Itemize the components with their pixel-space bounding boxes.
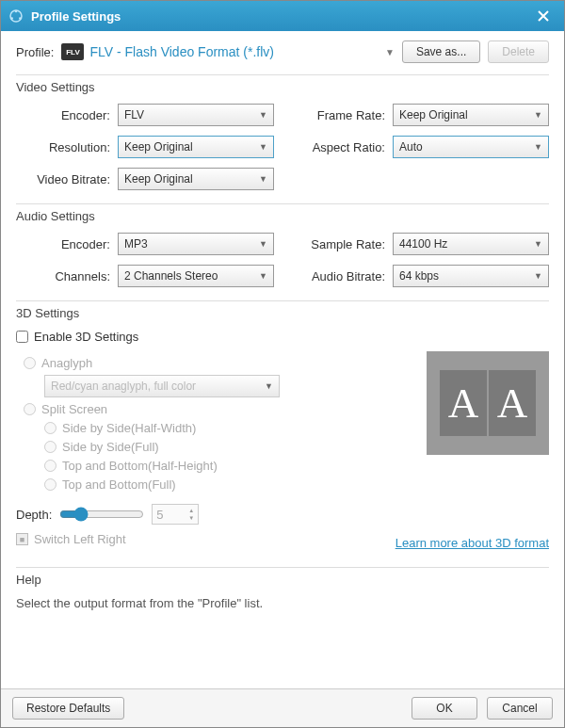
dropdown-value: 2 Channels Stereo bbox=[124, 269, 218, 283]
dropdown-value: FLV bbox=[124, 108, 144, 121]
app-icon bbox=[8, 8, 24, 24]
dropdown-value: MP3 bbox=[124, 237, 148, 251]
aspect-label: Aspect Ratio: bbox=[291, 140, 385, 154]
help-text: Select the output format from the "Profi… bbox=[16, 596, 549, 610]
chevron-down-icon: ▼ bbox=[259, 110, 267, 120]
depth-spinner: 5 ▲▼ bbox=[152, 504, 199, 525]
chevron-down-icon: ▼ bbox=[534, 271, 542, 281]
preview-letter: A bbox=[440, 370, 487, 436]
depth-slider[interactable] bbox=[59, 507, 144, 522]
video-section: Video Settings Encoder: FLV ▼ Frame Rate… bbox=[16, 76, 549, 190]
sbs-half-radio bbox=[44, 422, 56, 434]
close-button[interactable] bbox=[530, 3, 557, 29]
chevron-down-icon: ▼ bbox=[259, 174, 267, 184]
chevron-down-icon: ▼ bbox=[259, 271, 267, 281]
spinner-value: 5 bbox=[156, 508, 163, 522]
chevron-down-icon: ▼ bbox=[534, 110, 542, 120]
profile-value: FLV - Flash Video Format (*.flv) bbox=[89, 44, 274, 59]
channels-dropdown[interactable]: 2 Channels Stereo ▼ bbox=[118, 265, 274, 287]
tab-full-radio bbox=[44, 478, 56, 491]
saveas-button[interactable]: Save as... bbox=[402, 40, 480, 63]
chevron-down-icon: ▼ bbox=[534, 142, 542, 152]
content-area: Profile: FLV FLV - Flash Video Format (*… bbox=[1, 31, 564, 688]
chevron-down-icon: ▼ bbox=[534, 239, 542, 249]
window-title: Profile Settings bbox=[31, 9, 121, 24]
dropdown-value: Auto bbox=[399, 140, 423, 154]
audio-bitrate-label: Audio Bitrate: bbox=[291, 269, 385, 283]
cancel-button[interactable]: Cancel bbox=[487, 697, 553, 720]
preview-letter: A bbox=[489, 370, 536, 436]
samplerate-dropdown[interactable]: 44100 Hz ▼ bbox=[393, 233, 549, 255]
audio-title: Audio Settings bbox=[16, 209, 549, 223]
audio-encoder-label: Encoder: bbox=[16, 237, 110, 251]
video-title: Video Settings bbox=[16, 80, 549, 94]
framerate-label: Frame Rate: bbox=[291, 108, 385, 122]
sbs-full-label: Side by Side(Full) bbox=[62, 440, 159, 454]
chevron-down-icon: ▼ bbox=[259, 142, 267, 152]
enable-3d-checkbox[interactable] bbox=[16, 331, 28, 343]
flv-icon: FLV bbox=[61, 43, 84, 60]
profile-label: Profile: bbox=[16, 45, 54, 59]
channels-label: Channels: bbox=[16, 269, 110, 283]
threed-section: 3D Settings Enable 3D Settings Anaglyph … bbox=[16, 302, 549, 554]
footer: Restore Defaults OK Cancel bbox=[1, 688, 564, 727]
switch-checkbox: ■ bbox=[16, 533, 28, 545]
titlebar: Profile Settings bbox=[1, 1, 564, 31]
split-label: Split Screen bbox=[41, 402, 107, 416]
depth-label: Depth: bbox=[16, 508, 52, 522]
dropdown-value: 44100 Hz bbox=[399, 237, 447, 251]
framerate-dropdown[interactable]: Keep Original ▼ bbox=[393, 104, 549, 126]
tab-half-label: Top and Bottom(Half-Height) bbox=[62, 459, 218, 473]
audio-section: Audio Settings Encoder: MP3 ▼ Sample Rat… bbox=[16, 205, 549, 287]
resolution-dropdown[interactable]: Keep Original ▼ bbox=[118, 136, 274, 158]
samplerate-label: Sample Rate: bbox=[291, 237, 385, 251]
chevron-down-icon: ▼ bbox=[259, 239, 267, 249]
enable-3d-label: Enable 3D Settings bbox=[34, 330, 138, 344]
audio-bitrate-dropdown[interactable]: 64 kbps ▼ bbox=[393, 265, 549, 287]
resolution-label: Resolution: bbox=[16, 140, 110, 154]
video-bitrate-label: Video Bitrate: bbox=[16, 172, 110, 186]
dropdown-value: Keep Original bbox=[124, 172, 193, 186]
dropdown-value: 64 kbps bbox=[399, 269, 439, 283]
chevron-down-icon: ▼ bbox=[265, 381, 273, 391]
audio-encoder-dropdown[interactable]: MP3 ▼ bbox=[118, 233, 274, 255]
tab-half-radio bbox=[44, 460, 56, 472]
svg-point-1 bbox=[15, 10, 18, 13]
help-title: Help bbox=[16, 573, 549, 587]
split-radio bbox=[24, 403, 36, 415]
encoder-label: Encoder: bbox=[16, 108, 110, 122]
video-encoder-dropdown[interactable]: FLV ▼ bbox=[118, 104, 274, 126]
anaglyph-dropdown: Red/cyan anaglyph, full color ▼ bbox=[44, 375, 280, 397]
chevron-down-icon: ▼ bbox=[385, 47, 395, 57]
profile-select[interactable]: FLV FLV - Flash Video Format (*.flv) ▼ bbox=[61, 43, 394, 60]
preview-image: A A bbox=[427, 351, 549, 455]
tab-full-label: Top and Bottom(Full) bbox=[62, 477, 176, 492]
ok-button[interactable]: OK bbox=[412, 697, 477, 720]
sbs-full-radio bbox=[44, 441, 56, 453]
delete-button: Delete bbox=[488, 40, 549, 63]
anaglyph-label: Anaglyph bbox=[41, 356, 92, 370]
svg-point-2 bbox=[19, 17, 22, 20]
help-section: Help Select the output format from the "… bbox=[16, 569, 549, 610]
dropdown-value: Keep Original bbox=[399, 108, 468, 121]
sbs-half-label: Side by Side(Half-Width) bbox=[62, 421, 196, 435]
threed-title: 3D Settings bbox=[16, 306, 549, 320]
restore-defaults-button[interactable]: Restore Defaults bbox=[12, 697, 124, 720]
dropdown-value: Keep Original bbox=[124, 140, 193, 154]
switch-label: Switch Left Right bbox=[34, 532, 126, 546]
spinner-arrows: ▲▼ bbox=[188, 507, 194, 522]
dropdown-value: Red/cyan anaglyph, full color bbox=[51, 380, 196, 393]
anaglyph-radio bbox=[24, 357, 36, 369]
video-bitrate-dropdown[interactable]: Keep Original ▼ bbox=[118, 168, 274, 190]
svg-point-3 bbox=[10, 17, 13, 20]
profile-row: Profile: FLV FLV - Flash Video Format (*… bbox=[16, 40, 549, 63]
threed-preview-area: A A bbox=[427, 351, 549, 496]
learn-more-link[interactable]: Learn more about 3D format bbox=[396, 536, 549, 550]
aspect-dropdown[interactable]: Auto ▼ bbox=[393, 136, 549, 158]
